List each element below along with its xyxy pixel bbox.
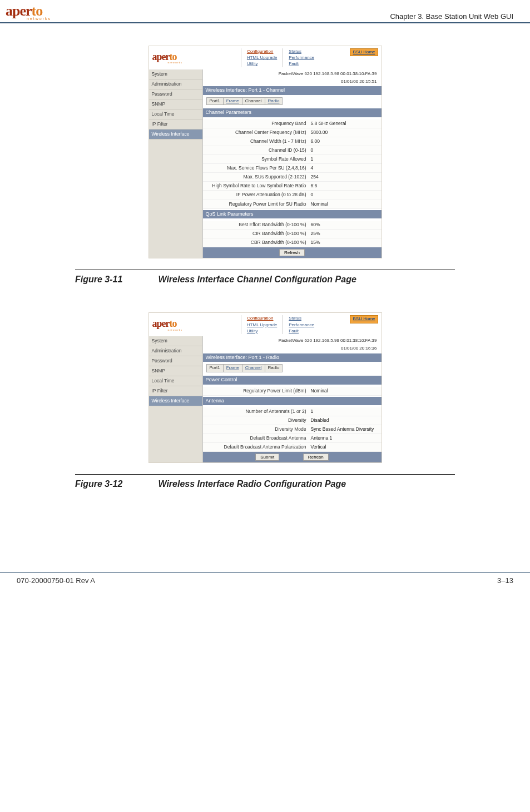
logo: aperto networks xyxy=(6,3,51,21)
param-value: Sync Based Antenna Diversity xyxy=(309,425,382,434)
tab-radio[interactable]: Radio xyxy=(265,364,283,372)
param-row: Best Effort Bandwidth (0-100 %)60% xyxy=(203,221,382,230)
section-antenna: Antenna xyxy=(203,397,382,406)
param-value: Vertical xyxy=(309,443,382,451)
param-row: Regulatory Power Limit for SU RadioNomin… xyxy=(203,200,382,209)
param-row: Channel Width (1 - 7 MHz)6.00 xyxy=(203,137,382,146)
sidebar-item-local-time[interactable]: Local Time xyxy=(149,109,202,119)
button-bar: Refresh xyxy=(203,247,382,258)
nav-fault[interactable]: Fault xyxy=(289,61,314,67)
tab-frame[interactable]: Frame xyxy=(223,97,242,105)
sidebar-item-wireless-interface[interactable]: Wireless Interface xyxy=(149,129,202,140)
sidebar-item-wireless-interface[interactable]: Wireless Interface xyxy=(149,396,202,406)
mini-logo: aperto networks xyxy=(152,51,205,65)
param-label: Diversity xyxy=(203,416,309,425)
nav-configuration[interactable]: Configuration xyxy=(247,315,277,321)
nav-html-upgrade[interactable]: HTML Upgrade xyxy=(247,322,277,328)
screenshot-radio: aperto networks Configuration HTML Upgra… xyxy=(148,312,382,463)
sidebar-item-snmp[interactable]: SNMP xyxy=(149,99,202,109)
status-line-2: 01/01/00 20:16:36 xyxy=(203,344,382,352)
param-label: Max. SUs Supported (2-1022) xyxy=(203,173,309,181)
refresh-button[interactable]: Refresh xyxy=(279,249,305,256)
sidebar: System Administration Password SNMP Loca… xyxy=(149,336,203,463)
logo-subtitle: networks xyxy=(27,17,51,21)
sidebar-item-administration[interactable]: Administration xyxy=(149,346,202,356)
param-value: Nominal xyxy=(309,200,382,208)
nav-col-2: Status Performance Fault xyxy=(283,48,314,67)
param-row: Number of Antenna's (1 or 2)1 xyxy=(203,407,382,416)
param-value: 4 xyxy=(309,164,382,172)
main-panel: PacketWave 620 192.168.5.98 00:01:38:10:… xyxy=(203,336,382,463)
panel-title: Wireless Interface: Port 1 - Channel xyxy=(203,86,382,95)
sidebar: System Administration Password SNMP Loca… xyxy=(149,69,203,258)
nav-status[interactable]: Status xyxy=(289,315,314,321)
param-row: Max. Service Flows Per SU (2,4,8,16)4 xyxy=(203,164,382,173)
param-label: High Symbol Rate to Low Symbol Rate Rati… xyxy=(203,182,309,190)
param-label: Channel Width (1 - 7 MHz) xyxy=(203,137,309,146)
param-label: IF Power Attenuation (0 to 28 dB) xyxy=(203,191,309,199)
sidebar-item-system[interactable]: System xyxy=(149,69,202,79)
param-value: 25% xyxy=(309,230,382,238)
tab-frame[interactable]: Frame xyxy=(223,364,242,372)
mini-body: System Administration Password SNMP Loca… xyxy=(149,69,382,258)
param-value: Nominal xyxy=(309,387,382,395)
param-row: Channel ID (0-15)0 xyxy=(203,146,382,155)
sidebar-item-ip-filter[interactable]: IP Filter xyxy=(149,119,202,129)
tab-channel[interactable]: Channel xyxy=(242,97,265,105)
sidebar-item-password[interactable]: Password xyxy=(149,356,202,366)
nav-configuration[interactable]: Configuration xyxy=(247,48,277,54)
sidebar-item-password[interactable]: Password xyxy=(149,89,202,99)
tab-port1[interactable]: Port1 xyxy=(206,364,224,372)
sidebar-item-administration[interactable]: Administration xyxy=(149,79,202,89)
bsu-home-button[interactable]: BSU Home xyxy=(350,315,378,323)
footer-right: 3–13 xyxy=(497,576,513,585)
param-label: Channel ID (0-15) xyxy=(203,146,309,155)
nav-utility[interactable]: Utility xyxy=(247,61,277,67)
figure-number: Figure 3-12 xyxy=(75,479,156,489)
param-label: Diversity Mode xyxy=(203,425,309,434)
sidebar-item-snmp[interactable]: SNMP xyxy=(149,366,202,376)
nav-status[interactable]: Status xyxy=(289,48,314,54)
figure-title: Wireless Interface Channel Configuration… xyxy=(158,275,356,284)
tab-port1[interactable]: Port1 xyxy=(206,97,224,105)
param-row: Channel Center Frequency (MHz)5800.00 xyxy=(203,128,382,137)
param-value: 60% xyxy=(309,221,382,229)
tab-row: Port1FrameChannelRadio xyxy=(206,97,382,105)
figure-title: Wireless Interface Radio Configuration P… xyxy=(158,479,346,489)
nav-col-1: Configuration HTML Upgrade Utility xyxy=(241,48,277,67)
sidebar-item-ip-filter[interactable]: IP Filter xyxy=(149,386,202,396)
param-row: Default Broadcast AntennaAntenna 1 xyxy=(203,434,382,443)
param-value: 1 xyxy=(309,155,382,163)
caption-3-12: Figure 3-12 Wireless Interface Radio Con… xyxy=(75,479,513,489)
param-row: High Symbol Rate to Low Symbol Rate Rati… xyxy=(203,182,382,191)
bsu-home-button[interactable]: BSU Home xyxy=(350,48,378,56)
nav-fault[interactable]: Fault xyxy=(289,328,314,334)
nav-utility[interactable]: Utility xyxy=(247,328,277,334)
screenshot-channel: aperto networks Configuration HTML Upgra… xyxy=(148,46,382,258)
mini-header: aperto networks Configuration HTML Upgra… xyxy=(149,46,382,69)
param-label: Frequency Band xyxy=(203,119,309,128)
divider xyxy=(75,270,455,270)
sidebar-item-local-time[interactable]: Local Time xyxy=(149,376,202,386)
refresh-button[interactable]: Refresh xyxy=(303,454,329,461)
section-channel-params: Channel Parameters xyxy=(203,108,382,117)
nav-html-upgrade[interactable]: HTML Upgrade xyxy=(247,54,277,61)
param-label: Default Broadcast Antenna Polarization xyxy=(203,443,309,451)
main-panel: PacketWave 620 192.168.5.98 00:01:38:10:… xyxy=(203,69,382,258)
param-row: IF Power Attenuation (0 to 28 dB)0 xyxy=(203,191,382,200)
page-header: aperto networks Chapter 3. Base Station … xyxy=(0,0,530,23)
sidebar-item-system[interactable]: System xyxy=(149,336,202,346)
figure-number: Figure 3-11 xyxy=(75,275,156,285)
divider xyxy=(75,474,455,475)
status-line-2: 01/01/00 20:15:51 xyxy=(203,77,382,85)
tab-channel[interactable]: Channel xyxy=(242,364,265,372)
tab-radio[interactable]: Radio xyxy=(265,97,283,105)
nav-performance[interactable]: Performance xyxy=(289,54,314,61)
param-value: 254 xyxy=(309,173,382,181)
param-label: Channel Center Frequency (MHz) xyxy=(203,128,309,137)
param-label: Best Effort Bandwidth (0-100 %) xyxy=(203,221,309,229)
param-label: CIR Bandwidth (0-100 %) xyxy=(203,230,309,238)
submit-button[interactable]: Submit xyxy=(255,454,279,461)
param-label: Number of Antenna's (1 or 2) xyxy=(203,407,309,416)
nav-performance[interactable]: Performance xyxy=(289,322,314,328)
